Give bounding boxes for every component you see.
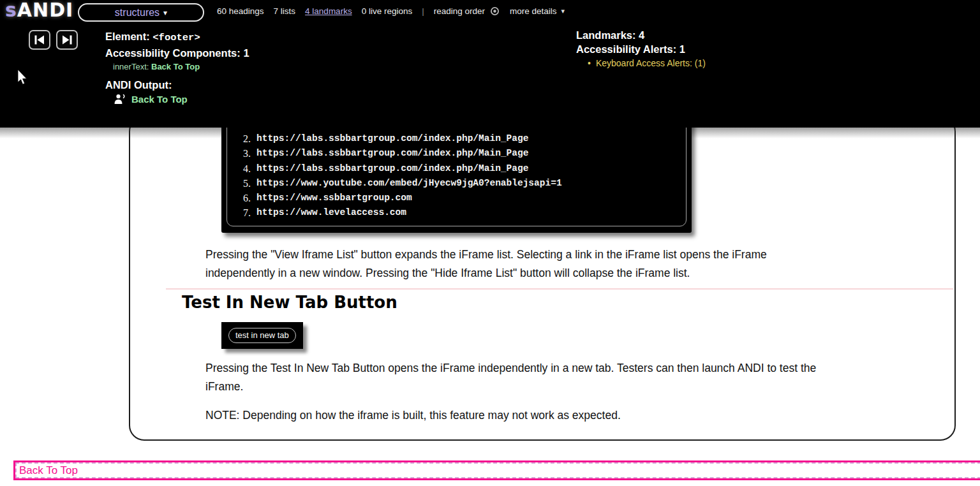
mouse-cursor-icon <box>17 70 28 85</box>
test-in-new-tab-button-screenshot: test in new tab <box>221 322 303 349</box>
list-item: 5. https://www.youtube.com/embed/jHyecw9… <box>234 176 562 191</box>
list-item: 3. https://labs.ssbbartgroup.com/index.p… <box>234 146 562 161</box>
list-item-number: 5. <box>234 176 251 191</box>
alerts-panel: Landmarks: 4 Accessibility Alerts: 1 • K… <box>576 28 706 68</box>
iframe-url: https://www.youtube.com/embed/jHyecw9jgA… <box>256 176 562 191</box>
iframe-url: https://labs.ssbbartgroup.com/index.php/… <box>256 146 528 161</box>
next-element-button[interactable] <box>56 30 78 50</box>
eye-icon <box>489 7 500 15</box>
element-tag-line: Element: <footer> <box>105 31 249 43</box>
iframe-url: https://www.levelaccess.com <box>256 205 406 220</box>
chevron-down-icon: ▾ <box>163 8 167 17</box>
andi-logo-prefix: s <box>5 0 17 21</box>
andi-output-value: Back To Top <box>131 94 188 105</box>
previous-element-button[interactable] <box>29 30 50 50</box>
module-selector-label: structures <box>115 7 160 18</box>
inner-text-value: Back To Top <box>151 62 200 71</box>
andi-element-highlight: Back To Top <box>13 460 980 480</box>
element-tag: <footer> <box>152 32 200 43</box>
screen-reader-announce-icon <box>114 94 127 105</box>
andi-logo: sANDI <box>5 0 73 21</box>
previous-icon <box>34 35 45 45</box>
accessibility-alerts-total: Accessibility Alerts: 1 <box>576 42 706 56</box>
lists-count: 7 lists <box>274 6 296 16</box>
iframe-url-list: 2. https://labs.ssbbartgroup.com/index.p… <box>234 131 562 221</box>
andi-element-highlight-dashed: Back To Top <box>15 462 980 478</box>
bullet-icon: • <box>588 58 591 68</box>
andi-toolbar: sANDI structures ▾ 60 headings 7 lists 4… <box>0 0 980 128</box>
andi-logo-main: ANDI <box>17 0 73 21</box>
iframe-url: https://labs.ssbbartgroup.com/index.php/… <box>256 131 528 146</box>
list-item-number: 7. <box>234 205 251 220</box>
more-details-toggle[interactable]: more details ▾ <box>510 6 565 16</box>
andi-output-line: Back To Top <box>105 94 249 105</box>
paragraph-new-tab: Pressing the Test In New Tab Button open… <box>205 359 847 396</box>
structure-stats-row: 60 headings 7 lists 4 landmarks 0 live r… <box>217 6 565 16</box>
test-in-new-tab-button-label: test in new tab <box>228 328 296 343</box>
back-to-top-link[interactable]: Back To Top <box>17 464 78 477</box>
live-regions-count: 0 live regions <box>362 6 413 16</box>
iframe-url: https://www.ssbbartgroup.com <box>256 191 412 205</box>
active-element-panel: Element: <footer> Accessibility Componen… <box>105 31 249 105</box>
iframe-url: https://labs.ssbbartgroup.com/index.php/… <box>256 161 528 176</box>
stats-divider: | <box>422 6 424 16</box>
list-item-number: 2. <box>234 131 251 146</box>
reading-order-toggle[interactable]: reading order <box>434 6 500 16</box>
list-item-number: 3. <box>234 146 251 161</box>
landmarks-total: Landmarks: 4 <box>576 28 706 42</box>
paragraph-note: NOTE: Depending on how the iframe is bui… <box>205 406 834 425</box>
andi-output-label: ANDI Output: <box>105 79 249 91</box>
accessibility-components-count: Accessibility Components: 1 <box>105 47 249 59</box>
list-item: 4. https://labs.ssbbartgroup.com/index.p… <box>234 161 562 176</box>
list-item-number: 6. <box>234 191 251 205</box>
module-selector-structures[interactable]: structures ▾ <box>78 3 204 22</box>
landmarks-count-link[interactable]: 4 landmarks <box>305 6 352 16</box>
keyboard-access-alerts-label: Keyboard Access Alerts: (1) <box>596 58 706 68</box>
reading-order-label: reading order <box>434 6 485 16</box>
paragraph-iframe-list: Pressing the "View Iframe List" button e… <box>205 246 834 283</box>
section-heading: Test In New Tab Button <box>182 293 397 312</box>
element-label: Element: <box>105 31 150 42</box>
more-details-label: more details <box>510 6 557 16</box>
list-item: 2. https://labs.ssbbartgroup.com/index.p… <box>234 131 562 146</box>
list-item-number: 4. <box>234 161 251 176</box>
list-item: 7. https://www.levelaccess.com <box>234 205 562 220</box>
headings-count: 60 headings <box>217 6 264 16</box>
list-item: 6. https://www.ssbbartgroup.com <box>234 191 562 205</box>
section-divider <box>166 288 953 290</box>
next-icon <box>61 35 73 45</box>
chevron-down-icon: ▾ <box>561 7 565 15</box>
inner-text-label: innerText: <box>113 62 149 71</box>
inner-text-line: innerText: Back To Top <box>105 62 249 71</box>
keyboard-access-alerts-link[interactable]: • Keyboard Access Alerts: (1) <box>576 58 706 68</box>
